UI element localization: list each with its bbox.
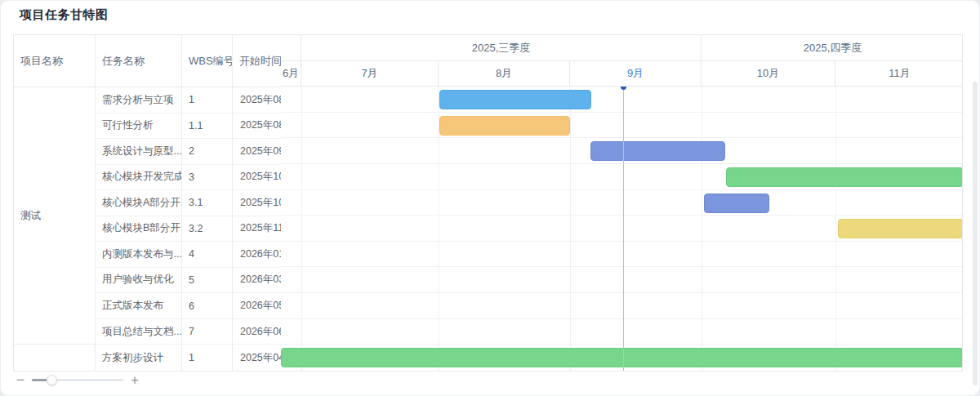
column-header-project: 项目名称 (14, 35, 96, 87)
start-date-cell: 2026年06月 (233, 319, 281, 345)
zoom-control: − + (16, 372, 139, 388)
table-row: 内测版本发布与...42026年01月 (96, 242, 281, 268)
month-header-cell: 7月 (301, 61, 439, 86)
table-row: 项目总结与文档...72026年06月 (96, 319, 281, 345)
quarter-header-cell: 2025,四季度 (702, 35, 962, 60)
column-header-task: 任务名称 (96, 35, 182, 87)
table-row: 用户验收与优化52026年03月 (96, 268, 281, 294)
zoom-in-button[interactable]: + (131, 373, 139, 387)
gantt-task-bar[interactable] (704, 194, 769, 213)
task-name-cell: 项目总结与文档... (96, 319, 182, 345)
task-name-cell: 可行性分析 (96, 113, 182, 139)
table-row: 可行性分析1.12025年08月 (96, 113, 281, 140)
gantt-task-bar[interactable] (281, 348, 962, 367)
zoom-slider-handle[interactable] (47, 375, 57, 385)
table-row: 系统设计与原型...22025年09月 (96, 139, 281, 165)
start-date-cell: 2025年04月 (233, 345, 281, 371)
task-name-cell: 核心模块开发完成 (96, 165, 182, 190)
month-header-cell: 6月 (281, 61, 301, 86)
row-gridline (281, 163, 962, 164)
wbs-cell: 3.1 (182, 190, 233, 216)
table-row: 核心模块B部分开...3.22025年11月 (96, 216, 281, 242)
today-marker-dot (621, 87, 626, 90)
wbs-cell: 6 (182, 293, 233, 318)
quarter-header-row: 2025,三季度2025,四季度 (281, 35, 962, 61)
month-gridline (702, 87, 702, 371)
project-name-cell-empty (14, 345, 95, 371)
gantt-card: 项目任务甘特图 项目名称 任务名称 WBS编号 开始时间 测试 需求分析与立项1… (0, 0, 980, 396)
task-table: 项目名称 任务名称 WBS编号 开始时间 测试 需求分析与立项12025年08月… (14, 35, 281, 371)
task-name-cell: 正式版本发布 (96, 293, 182, 318)
start-date-cell: 2025年10月 (233, 190, 281, 216)
start-date-cell: 2026年05月 (233, 293, 281, 318)
task-table-body: 测试 需求分析与立项12025年08月可行性分析1.12025年08月系统设计与… (14, 87, 281, 371)
row-gridline (281, 266, 962, 267)
table-row: 正式版本发布62026年05月 (96, 293, 281, 319)
task-rows: 需求分析与立项12025年08月可行性分析1.12025年08月系统设计与原型.… (96, 87, 281, 371)
start-date-cell: 2025年09月 (233, 139, 281, 164)
timeline-panel: 2025,三季度2025,四季度 6月7月8月9月10月11月 (281, 35, 962, 371)
quarter-header-cell (281, 35, 301, 60)
task-name-cell: 内测版本发布与... (96, 242, 182, 267)
today-line (623, 87, 624, 371)
task-table-header: 项目名称 任务名称 WBS编号 开始时间 (14, 35, 281, 87)
month-header-cell: 9月 (570, 61, 702, 86)
page-title: 项目任务甘特图 (20, 7, 109, 23)
row-gridline (281, 318, 962, 319)
wbs-cell: 3 (182, 165, 233, 190)
row-gridline (281, 241, 962, 242)
start-date-cell: 2026年01月 (233, 242, 281, 267)
wbs-cell: 7 (182, 319, 233, 345)
row-gridline (281, 137, 962, 138)
wbs-cell: 1 (182, 345, 233, 371)
row-gridline (281, 344, 962, 345)
project-column: 测试 (14, 87, 96, 371)
table-row: 方案初步设计12025年04月 (96, 345, 281, 371)
table-row: 需求分析与立项12025年08月 (96, 87, 281, 113)
task-name-cell: 方案初步设计 (96, 345, 182, 371)
month-gridline (835, 87, 836, 371)
row-gridline (281, 292, 962, 293)
row-gridline (281, 215, 962, 216)
month-header-cell: 8月 (439, 61, 570, 86)
wbs-cell: 4 (182, 242, 233, 267)
wbs-cell: 1.1 (182, 113, 233, 139)
row-gridline (281, 189, 962, 190)
month-header-row: 6月7月8月9月10月11月 (281, 61, 962, 87)
month-gridline (301, 87, 302, 371)
wbs-cell: 3.2 (182, 216, 233, 242)
quarter-header-cell: 2025,三季度 (301, 35, 702, 60)
row-gridline (281, 112, 962, 113)
start-date-cell: 2025年11月 (233, 216, 281, 242)
month-header-cell: 10月 (702, 61, 835, 86)
task-name-cell: 用户验收与优化 (96, 268, 182, 293)
column-header-wbs: WBS编号 (182, 35, 233, 87)
task-name-cell: 核心模块B部分开... (96, 216, 182, 242)
gantt-chart-area (281, 87, 962, 371)
task-name-cell: 核心模块A部分开... (96, 190, 182, 216)
project-name-cell: 测试 (14, 87, 95, 345)
start-date-cell: 2025年08月 (233, 87, 281, 113)
start-date-cell: 2025年08月 (233, 113, 281, 139)
table-row: 核心模块开发完成32025年10月 (96, 165, 281, 191)
gantt-container: 项目名称 任务名称 WBS编号 开始时间 测试 需求分析与立项12025年08月… (13, 34, 963, 372)
column-header-start: 开始时间 (233, 35, 281, 87)
wbs-cell: 1 (182, 87, 233, 113)
vertical-scrollbar[interactable] (973, 82, 978, 385)
zoom-slider-track[interactable] (32, 379, 123, 381)
gantt-task-bar[interactable] (439, 90, 591, 109)
gantt-task-bar[interactable] (726, 167, 962, 187)
wbs-cell: 5 (182, 268, 233, 293)
task-name-cell: 需求分析与立项 (96, 87, 182, 113)
wbs-cell: 2 (182, 139, 233, 164)
start-date-cell: 2025年10月 (233, 165, 281, 190)
month-header-cell: 11月 (835, 61, 962, 86)
gantt-task-bar[interactable] (838, 219, 962, 238)
month-gridline (570, 87, 571, 371)
gantt-task-bar[interactable] (590, 141, 725, 161)
task-name-cell: 系统设计与原型... (96, 139, 182, 164)
gantt-task-bar[interactable] (439, 116, 570, 136)
zoom-out-button[interactable]: − (16, 373, 24, 387)
table-row: 核心模块A部分开...3.12025年10月 (96, 190, 281, 216)
start-date-cell: 2026年03月 (233, 268, 281, 293)
